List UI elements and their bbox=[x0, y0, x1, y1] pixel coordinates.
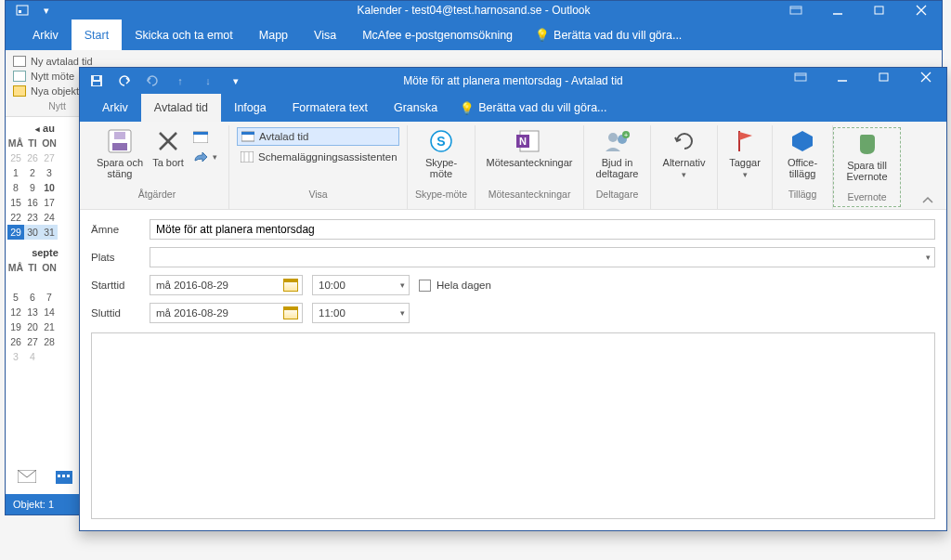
appointment-ribbon: Spara och stäng Ta bort ▾ Åt bbox=[80, 122, 946, 210]
tab-mapp[interactable]: Mapp bbox=[246, 20, 301, 50]
svg-point-39 bbox=[608, 133, 618, 142]
appointment-icon bbox=[13, 56, 26, 67]
collapse-ribbon-icon[interactable] bbox=[915, 192, 941, 209]
day-cell-selected[interactable]: 29 bbox=[7, 225, 24, 240]
up-arrow-icon[interactable]: ↑ bbox=[173, 73, 188, 88]
ribbon-display-icon[interactable] bbox=[779, 68, 821, 86]
day-cell[interactable]: 10 bbox=[41, 180, 58, 195]
maximize-button[interactable] bbox=[858, 1, 900, 20]
appointment-body-editor[interactable] bbox=[91, 332, 935, 519]
subject-input[interactable] bbox=[150, 219, 935, 240]
day-cell[interactable]: 17 bbox=[41, 195, 58, 210]
start-time-value: 10:00 bbox=[319, 280, 345, 291]
end-time-picker[interactable]: 11:00 ▾ bbox=[312, 303, 410, 323]
day-cell[interactable]: 5 bbox=[7, 290, 24, 305]
new-items-button[interactable]: Nya objekt bbox=[13, 85, 79, 97]
redo-icon[interactable] bbox=[145, 73, 160, 88]
tab-formatera-text[interactable]: Formatera text bbox=[280, 94, 381, 122]
tab-start[interactable]: Start bbox=[72, 20, 122, 50]
mail-icon[interactable] bbox=[15, 466, 39, 487]
day-cell[interactable]: 12 bbox=[7, 305, 24, 319]
tell-me-search[interactable]: 💡 Berätta vad du vill göra... bbox=[526, 20, 682, 50]
tab-arkiv[interactable]: Arkiv bbox=[89, 94, 141, 122]
options-button[interactable]: Alternativ▾ bbox=[658, 125, 710, 180]
forward-quick-icon[interactable]: ▾ bbox=[189, 148, 221, 166]
save-and-close-button[interactable]: Spara och stäng bbox=[93, 125, 147, 180]
office-addins-button[interactable]: Office-tillägg bbox=[780, 125, 825, 180]
day-cell[interactable]: 3 bbox=[7, 349, 24, 364]
tab-mcafee[interactable]: McAfee e-postgenomsökning bbox=[349, 20, 526, 50]
tab-skicka-ta-emot[interactable]: Skicka och ta emot bbox=[122, 20, 246, 50]
day-cell[interactable]: 31 bbox=[41, 225, 58, 240]
all-day-checkbox-wrap[interactable]: Hela dagen bbox=[419, 280, 491, 292]
close-button[interactable] bbox=[900, 1, 942, 20]
day-cell[interactable]: 8 bbox=[7, 180, 24, 195]
day-cell[interactable] bbox=[24, 275, 41, 290]
undo-icon[interactable] bbox=[117, 73, 132, 88]
day-cell[interactable]: 21 bbox=[41, 319, 58, 334]
day-cell[interactable]: 27 bbox=[41, 150, 58, 165]
day-cell[interactable]: 24 bbox=[41, 210, 58, 225]
calendar-quick-icon[interactable] bbox=[189, 127, 221, 146]
tab-visa[interactable]: Visa bbox=[301, 20, 349, 50]
status-objekt-count: Objekt: 1 bbox=[13, 499, 54, 510]
ribbon-display-icon[interactable] bbox=[775, 1, 816, 20]
minimize-button[interactable] bbox=[816, 1, 858, 20]
day-cell[interactable]: 22 bbox=[7, 210, 24, 225]
maximize-button[interactable] bbox=[863, 68, 905, 86]
meeting-notes-button[interactable]: N Mötesanteckningar bbox=[483, 125, 576, 168]
day-cell[interactable]: 13 bbox=[24, 305, 41, 319]
day-cell[interactable] bbox=[41, 349, 58, 364]
avtalad-tid-view-button[interactable]: Avtalad tid bbox=[237, 127, 399, 146]
scheduling-assistant-button[interactable]: Schemaläggningsassistenten bbox=[237, 148, 399, 166]
invite-attendees-button[interactable]: + Bjud in deltagare bbox=[592, 125, 643, 180]
save-to-evernote-button[interactable]: Spara till Evernote bbox=[841, 128, 892, 183]
tab-granska[interactable]: Granska bbox=[381, 94, 450, 122]
day-cell[interactable]: 9 bbox=[24, 180, 41, 195]
day-cell[interactable]: 1 bbox=[7, 165, 24, 180]
all-day-checkbox[interactable] bbox=[419, 280, 431, 292]
day-cell[interactable]: 25 bbox=[7, 150, 24, 165]
skype-meeting-button[interactable]: S Skype-möte bbox=[417, 125, 465, 180]
new-appointment-button[interactable]: Ny avtalad tid bbox=[13, 56, 93, 67]
day-cell[interactable]: 4 bbox=[24, 349, 41, 364]
day-cell[interactable] bbox=[41, 275, 58, 290]
end-date-value: må 2016-08-29 bbox=[156, 307, 228, 319]
day-cell[interactable]: 15 bbox=[7, 195, 24, 210]
tab-arkiv[interactable]: Arkiv bbox=[20, 20, 72, 50]
minimize-button[interactable] bbox=[821, 68, 863, 86]
day-cell[interactable]: 23 bbox=[24, 210, 41, 225]
tags-button[interactable]: Taggar▾ bbox=[725, 125, 764, 180]
day-cell[interactable]: 26 bbox=[24, 150, 41, 165]
day-cell[interactable]: 16 bbox=[24, 195, 41, 210]
day-cell[interactable]: 3 bbox=[41, 165, 58, 180]
calendar-icon[interactable] bbox=[52, 466, 76, 487]
day-cell[interactable]: 30 bbox=[24, 225, 41, 240]
day-cell[interactable]: 20 bbox=[24, 319, 41, 334]
close-button[interactable] bbox=[905, 68, 946, 86]
qat-icon[interactable] bbox=[15, 3, 30, 18]
day-cell[interactable]: 14 bbox=[41, 305, 58, 319]
day-cell[interactable]: 6 bbox=[24, 290, 41, 305]
tell-me-search[interactable]: 💡 Berätta vad du vill göra... bbox=[450, 94, 606, 122]
delete-button[interactable]: Ta bort bbox=[150, 125, 186, 168]
tab-infoga[interactable]: Infoga bbox=[221, 94, 280, 122]
qat-dropdown-icon[interactable]: ▾ bbox=[39, 3, 54, 18]
location-combo[interactable]: ▾ bbox=[150, 247, 935, 267]
qat-dropdown-icon[interactable]: ▾ bbox=[228, 73, 243, 88]
day-cell[interactable]: 26 bbox=[7, 334, 24, 349]
new-meeting-button[interactable]: Nytt möte bbox=[13, 71, 74, 82]
start-date-picker[interactable]: må 2016-08-29 bbox=[150, 275, 303, 295]
day-cell[interactable] bbox=[7, 275, 24, 290]
start-time-picker[interactable]: 10:00 ▾ bbox=[312, 275, 410, 295]
day-cell[interactable]: 19 bbox=[7, 319, 24, 334]
day-cell[interactable]: 28 bbox=[41, 334, 58, 349]
down-arrow-icon[interactable]: ↓ bbox=[201, 73, 215, 88]
day-cell[interactable]: 7 bbox=[41, 290, 58, 305]
svg-rect-30 bbox=[241, 132, 254, 135]
end-date-picker[interactable]: må 2016-08-29 bbox=[150, 303, 303, 323]
day-cell[interactable]: 27 bbox=[24, 334, 41, 349]
day-cell[interactable]: 2 bbox=[24, 165, 41, 180]
tab-avtalad-tid[interactable]: Avtalad tid bbox=[141, 94, 221, 122]
save-icon[interactable] bbox=[89, 73, 104, 88]
